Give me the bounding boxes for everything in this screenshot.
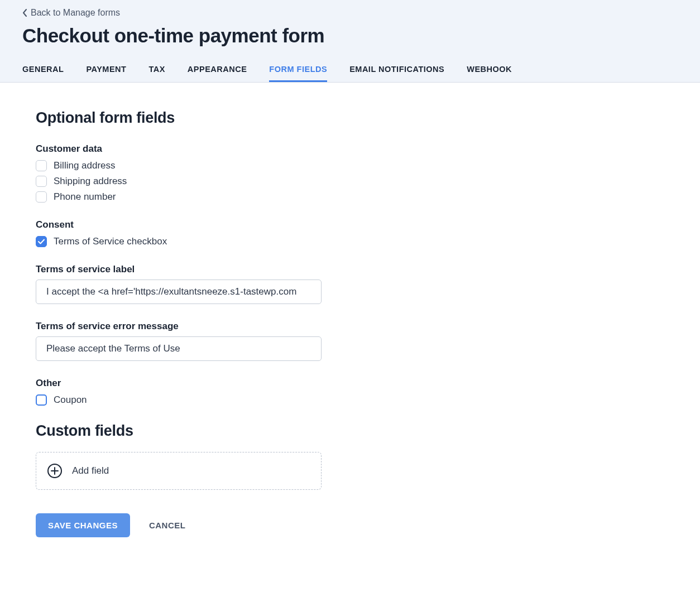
page-title: Checkout one-time payment form <box>22 25 678 47</box>
tos-error-input[interactable] <box>36 336 322 361</box>
billing-address-label: Billing address <box>54 160 116 171</box>
coupon-label: Coupon <box>54 394 87 406</box>
consent-group: Consent Terms of Service checkbox <box>36 219 366 247</box>
save-button[interactable]: SAVE CHANGES <box>36 513 130 537</box>
tabs-nav: GENERAL PAYMENT TAX APPEARANCE FORM FIEL… <box>22 59 678 82</box>
add-field-button[interactable]: Add field <box>36 452 322 490</box>
back-link-label: Back to Manage forms <box>31 8 120 18</box>
chevron-left-icon <box>22 9 27 17</box>
main-content: Optional form fields Customer data Billi… <box>0 83 402 564</box>
phone-number-label: Phone number <box>54 191 116 203</box>
cancel-button[interactable]: CANCEL <box>149 521 186 530</box>
shipping-address-option[interactable]: Shipping address <box>36 176 366 187</box>
shipping-address-label: Shipping address <box>54 176 127 187</box>
tos-label-field-block: Terms of service label <box>36 264 366 304</box>
tab-tax[interactable]: TAX <box>148 59 165 82</box>
tab-email-notifications[interactable]: EMAIL NOTIFICATIONS <box>349 59 444 82</box>
tos-checkbox-option[interactable]: Terms of Service checkbox <box>36 236 366 247</box>
custom-fields-title: Custom fields <box>36 422 366 440</box>
consent-label: Consent <box>36 219 366 230</box>
plus-circle-icon <box>47 464 62 478</box>
tab-webhook[interactable]: WEBHOOK <box>467 59 512 82</box>
coupon-option[interactable]: Coupon <box>36 394 366 406</box>
tab-form-fields[interactable]: FORM FIELDS <box>269 59 327 82</box>
tab-payment[interactable]: PAYMENT <box>86 59 126 82</box>
tab-general[interactable]: GENERAL <box>22 59 64 82</box>
phone-number-checkbox[interactable] <box>36 191 47 203</box>
billing-address-option[interactable]: Billing address <box>36 160 366 171</box>
tos-error-field-label: Terms of service error message <box>36 321 366 332</box>
tos-label-field-label: Terms of service label <box>36 264 366 275</box>
tos-error-field-block: Terms of service error message <box>36 321 366 361</box>
customer-data-label: Customer data <box>36 143 366 155</box>
tos-checkbox-label: Terms of Service checkbox <box>54 236 167 247</box>
billing-address-checkbox[interactable] <box>36 160 47 171</box>
other-group: Other Coupon <box>36 378 366 406</box>
other-label: Other <box>36 378 366 389</box>
back-link[interactable]: Back to Manage forms <box>22 8 120 18</box>
customer-data-group: Customer data Billing address Shipping a… <box>36 143 366 203</box>
shipping-address-checkbox[interactable] <box>36 176 47 187</box>
optional-fields-title: Optional form fields <box>36 109 366 127</box>
tos-label-input[interactable] <box>36 280 322 304</box>
tos-checkbox[interactable] <box>36 236 47 247</box>
page-header: Back to Manage forms Checkout one-time p… <box>0 0 700 83</box>
form-actions: SAVE CHANGES CANCEL <box>36 513 366 537</box>
coupon-checkbox[interactable] <box>36 394 47 406</box>
add-field-label: Add field <box>72 465 109 476</box>
tab-appearance[interactable]: APPEARANCE <box>188 59 247 82</box>
phone-number-option[interactable]: Phone number <box>36 191 366 203</box>
